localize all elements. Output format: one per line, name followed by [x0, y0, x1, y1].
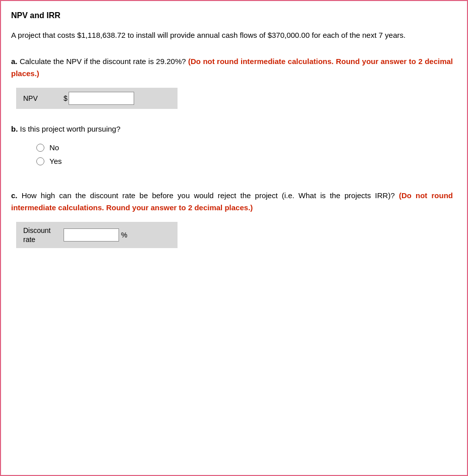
question-c-label: c. How high can the discount rate be bef… [11, 190, 453, 214]
radio-no-item[interactable]: No [36, 143, 453, 152]
discount-label: Discount rate [23, 226, 64, 244]
radio-no[interactable] [36, 144, 44, 152]
question-a-prefix: a. [11, 57, 18, 66]
question-c-instruction: (Do not round intermediate calculations.… [11, 191, 453, 212]
radio-no-label: No [49, 143, 59, 152]
question-b-label: b. Is this project worth pursuing? [11, 123, 453, 135]
question-b-block: b. Is this project worth pursuing? No Ye… [11, 123, 453, 165]
question-c-block: c. How high can the discount rate be bef… [11, 190, 453, 248]
page-title: NPV and IRR [11, 11, 453, 20]
radio-yes-item[interactable]: Yes [36, 157, 453, 165]
question-a-label: a. Calculate the NPV if the discount rat… [11, 55, 453, 80]
radio-group: No Yes [36, 143, 453, 165]
radio-yes-label: Yes [49, 157, 62, 165]
discount-rate-input[interactable] [64, 228, 119, 242]
question-a-block: a. Calculate the NPV if the discount rat… [11, 55, 453, 109]
dollar-sign: $ [64, 94, 68, 102]
percent-sign: % [121, 231, 127, 239]
npv-input[interactable] [69, 92, 134, 105]
npv-label: NPV [23, 94, 64, 102]
discount-label-line2: rate [23, 235, 35, 244]
npv-input-row: NPV $ [16, 88, 178, 109]
section-divider [11, 180, 453, 190]
page-container: NPV and IRR A project that costs $1,118,… [0, 0, 468, 476]
radio-yes[interactable] [36, 157, 44, 165]
intro-text: A project that costs $1,118,638.72 to in… [11, 29, 453, 41]
discount-rate-input-row: Discount rate % [16, 222, 178, 248]
question-a-instruction: (Do not round intermediate calculations.… [11, 57, 453, 78]
discount-label-line1: Discount [23, 226, 50, 234]
